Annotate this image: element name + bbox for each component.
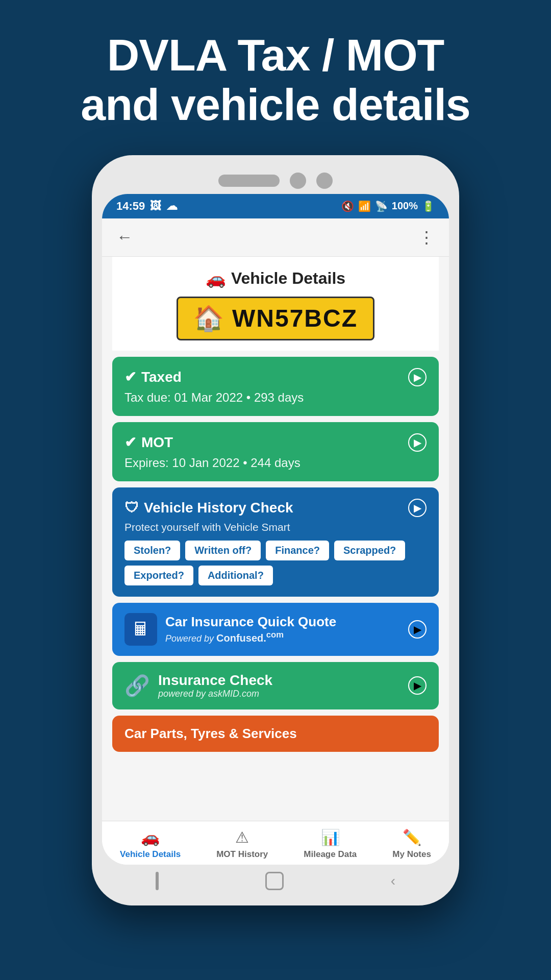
badge-exported[interactable]: Exported? <box>124 566 193 585</box>
phone-screen: 14:59 🖼 ☁ 🔇 📶 📡 100% 🔋 ← ⋮ 🚗 <box>102 194 449 865</box>
status-right: 🔇 📶 📡 100% 🔋 <box>341 200 435 212</box>
phone-speaker <box>218 175 280 187</box>
taxed-label: Taxed <box>141 369 182 385</box>
shield-icon: 🛡 <box>124 499 139 516</box>
insurance-brand: Confused.com <box>216 632 284 644</box>
header-line2: and vehicle details <box>81 79 470 130</box>
status-battery-icon: 🔋 <box>422 200 435 212</box>
taxed-subtitle: Tax due: 01 Mar 2022 • 293 days <box>124 390 427 405</box>
status-bar: 14:59 🖼 ☁ 🔇 📶 📡 100% 🔋 <box>102 194 449 218</box>
nav-vehicle-details[interactable]: 🚗 Vehicle Details <box>120 828 181 860</box>
insurance-powered-by: Powered by <box>165 633 214 644</box>
nav-mileage-icon: 📊 <box>321 828 340 846</box>
phone-camera-right <box>316 173 333 189</box>
nav-notes-label: My Notes <box>392 849 431 860</box>
nav-notes-icon: ✏️ <box>403 828 421 846</box>
partial-card-title: Car Parts, Tyres & Services <box>124 726 297 741</box>
calculator-icon: 🖩 <box>132 619 150 640</box>
ins-check-title: Insurance Check <box>158 672 400 689</box>
status-image-icon: 🖼 <box>150 200 161 213</box>
history-card-title: 🛡 Vehicle History Check <box>124 499 293 516</box>
insurance-quote-icon-box: 🖩 <box>124 613 157 646</box>
nav-mot-label: MOT History <box>216 849 268 860</box>
mot-card-header: ✔ MOT ▶ <box>124 433 427 452</box>
history-check-card[interactable]: 🛡 Vehicle History Check ▶ Protect yourse… <box>112 487 439 597</box>
taxed-card-header: ✔ Taxed ▶ <box>124 368 427 386</box>
car-icon: 🚗 <box>206 269 226 288</box>
taxed-card[interactable]: ✔ Taxed ▶ Tax due: 01 Mar 2022 • 293 day… <box>112 357 439 416</box>
gesture-back: ‹ <box>391 873 395 889</box>
page-header: DVLA Tax / MOT and vehicle details <box>40 0 511 155</box>
vehicle-title-text: Vehicle Details <box>231 269 345 288</box>
history-arrow: ▶ <box>408 499 427 517</box>
taxed-card-title: ✔ Taxed <box>124 369 182 385</box>
mot-card-title: ✔ MOT <box>124 434 173 451</box>
phone-camera-left <box>290 173 306 189</box>
taxed-check-icon: ✔ <box>124 369 136 385</box>
nav-mileage-data[interactable]: 📊 Mileage Data <box>304 828 357 860</box>
badge-additional[interactable]: Additional? <box>198 566 273 585</box>
back-button[interactable]: ← <box>116 228 133 247</box>
history-label: Vehicle History Check <box>144 500 293 516</box>
insurance-quote-text: Car Insurance Quick Quote Powered by Con… <box>165 614 400 644</box>
insurance-check-card[interactable]: 🔗 Insurance Check powered by askMID.com … <box>112 662 439 709</box>
status-signal-icon: 📡 <box>375 200 388 212</box>
nav-mileage-label: Mileage Data <box>304 849 357 860</box>
insurance-quote-sub: Powered by Confused.com <box>165 630 400 644</box>
mot-label: MOT <box>141 434 173 451</box>
status-mute-icon: 🔇 <box>341 200 354 212</box>
phone-shell: 14:59 🖼 ☁ 🔇 📶 📡 100% 🔋 ← ⋮ 🚗 <box>92 155 459 905</box>
license-plate: 🏠 WN57BCZ <box>177 297 374 340</box>
gesture-square <box>265 872 284 890</box>
link-icon: 🔗 <box>124 674 150 698</box>
nav-my-notes[interactable]: ✏️ My Notes <box>392 828 431 860</box>
history-subtitle: Protect yourself with Vehicle Smart <box>124 521 427 533</box>
status-left: 14:59 🖼 ☁ <box>116 200 178 213</box>
partial-orange-card[interactable]: Car Parts, Tyres & Services <box>112 716 439 752</box>
status-time: 14:59 <box>116 200 145 213</box>
ins-check-text: Insurance Check powered by askMID.com <box>158 672 400 699</box>
vehicle-title-section: 🚗 Vehicle Details 🏠 WN57BCZ <box>112 257 439 351</box>
plate-garage-icon: 🏠 <box>193 304 225 333</box>
plate-number: WN57BCZ <box>232 304 358 332</box>
gesture-bar <box>156 872 159 890</box>
phone-top-bar <box>102 165 449 194</box>
badge-scrapped[interactable]: Scrapped? <box>334 541 405 560</box>
status-cloud-icon: ☁ <box>166 200 178 213</box>
nav-mot-history[interactable]: ⚠ MOT History <box>216 828 268 860</box>
check-badges-container: Stolen? Written off? Finance? Scrapped? … <box>124 541 427 585</box>
nav-mot-icon: ⚠ <box>235 828 249 846</box>
share-button[interactable]: ⋮ <box>418 228 435 247</box>
phone-bottom-gestures: ‹ <box>102 865 449 895</box>
insurance-quote-arrow: ▶ <box>408 620 427 639</box>
insurance-quote-title: Car Insurance Quick Quote <box>165 614 400 630</box>
nav-vehicle-label: Vehicle Details <box>120 849 181 860</box>
taxed-arrow: ▶ <box>408 368 427 386</box>
mot-arrow: ▶ <box>408 433 427 452</box>
badge-stolen[interactable]: Stolen? <box>124 541 180 560</box>
history-card-header: 🛡 Vehicle History Check ▶ <box>124 499 427 517</box>
vehicle-title: 🚗 Vehicle Details <box>122 269 429 288</box>
ins-check-sub: powered by askMID.com <box>158 689 400 699</box>
insurance-quote-card[interactable]: 🖩 Car Insurance Quick Quote Powered by C… <box>112 603 439 656</box>
badge-written-off[interactable]: Written off? <box>185 541 261 560</box>
header-line1: DVLA Tax / MOT <box>107 30 444 80</box>
nav-vehicle-icon: 🚗 <box>141 828 160 846</box>
status-wifi-icon: 📶 <box>358 200 371 212</box>
mot-card[interactable]: ✔ MOT ▶ Expires: 10 Jan 2022 • 244 days <box>112 422 439 481</box>
app-bar: ← ⋮ <box>102 218 449 257</box>
screen-content: 🚗 Vehicle Details 🏠 WN57BCZ ✔ Taxed ▶ <box>102 257 449 821</box>
status-battery-text: 100% <box>392 200 418 212</box>
badge-finance[interactable]: Finance? <box>266 541 329 560</box>
bottom-nav: 🚗 Vehicle Details ⚠ MOT History 📊 Mileag… <box>102 821 449 865</box>
ins-check-arrow: ▶ <box>408 676 427 695</box>
mot-check-icon: ✔ <box>124 434 136 451</box>
mot-subtitle: Expires: 10 Jan 2022 • 244 days <box>124 456 427 470</box>
